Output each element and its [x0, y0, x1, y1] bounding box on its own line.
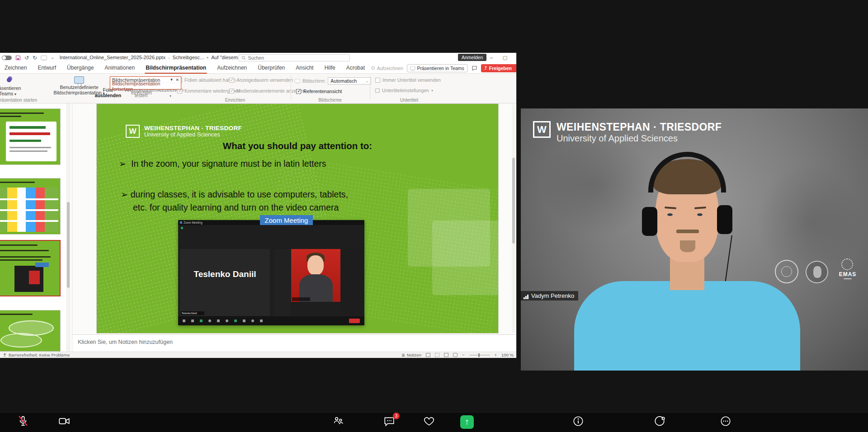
- share-button[interactable]: ⤴Freigeben: [481, 64, 516, 72]
- zoom-toolbar-icon: [217, 319, 220, 322]
- record-button[interactable]: ⊙Aufzeichnen: [371, 65, 403, 71]
- chat-badge: 3: [393, 413, 400, 419]
- person-eye: [697, 213, 703, 216]
- zoom-meeting-caption: Zoom Meeting: [260, 215, 313, 225]
- search-input[interactable]: [248, 55, 347, 61]
- overlay-combo-option[interactable]: Bildschirmpräsentation fortsetzen: [110, 83, 181, 89]
- present-in-teams-ribbon-button[interactable]: präsentierenTeams ▾: [0, 76, 21, 96]
- microphone-muted-icon: [17, 415, 29, 427]
- more-icon: [720, 415, 731, 427]
- share-screen-button[interactable]: ↑ Share: [460, 415, 474, 429]
- slide-thumbnail-pane: [0, 103, 72, 352]
- zoom-screenshot-title: Zoom Meeting: [184, 221, 203, 224]
- meeting-info-button[interactable]: Meeting Info: [572, 415, 584, 429]
- zoom-name-chip: [292, 297, 310, 301]
- slide-thumbnail-1[interactable]: [0, 108, 61, 165]
- tab-entwurf[interactable]: Entwurf: [38, 65, 56, 71]
- ribbon-divider: [291, 75, 291, 100]
- accessibility-icon: [3, 353, 7, 357]
- subtitle-settings-icon: [375, 89, 380, 93]
- zoom-percent[interactable]: 100 %: [501, 352, 514, 357]
- current-slide[interactable]: W WEIHENSTEPHAN · TRIESDORF University o…: [97, 104, 498, 333]
- participants-button[interactable]: Participants: [333, 415, 344, 429]
- more-button[interactable]: More: [720, 415, 731, 429]
- monitor-dropdown[interactable]: Automatisch⌄: [328, 77, 371, 85]
- maximize-button[interactable]: ▢: [501, 54, 509, 61]
- slide-decoration: [432, 221, 498, 295]
- checkbox-keep-slides-updated[interactable]: Folien aktualisiert halten: [177, 77, 236, 83]
- person-mustache: [676, 230, 699, 233]
- zoom-toolbar-icon: [183, 319, 185, 322]
- zoom-toolbar-icon: [200, 319, 203, 322]
- slideshow-overlay-combo[interactable]: Bildschirmpräsentation▼✕ Bildschirmpräse…: [110, 76, 181, 89]
- certification-badge-2: [806, 261, 828, 283]
- tab-hilfe[interactable]: Hilfe: [325, 65, 335, 71]
- chat-button[interactable]: 3 Chat: [383, 415, 395, 429]
- tab-ueberpruefen[interactable]: Überprüfen: [258, 65, 285, 71]
- video-button[interactable]: Video: [58, 415, 71, 429]
- react-button[interactable]: React: [423, 415, 435, 429]
- slide-scrollbar[interactable]: [512, 104, 515, 333]
- monitor-icon: [295, 79, 300, 83]
- view-slideshow-icon[interactable]: [453, 353, 458, 357]
- subtitle-settings-button[interactable]: Untertiteleinstellungen▾: [375, 88, 433, 93]
- zoom-toolbar-icon: [260, 319, 263, 322]
- zoom-slider[interactable]: [469, 355, 490, 356]
- zoom-participant-name: Teslenko Daniil: [180, 269, 270, 279]
- slideshow-icon[interactable]: [41, 56, 47, 60]
- qat-more-icon[interactable]: ⌄: [51, 56, 54, 60]
- heart-icon: [423, 415, 435, 427]
- slide-thumbnail-2[interactable]: [0, 178, 61, 235]
- zoom-toolbar-icon: [234, 319, 237, 322]
- tab-acrobat[interactable]: Acrobat: [346, 65, 365, 71]
- tab-bildschirmpraesentation[interactable]: Bildschirmpräsentation: [146, 65, 206, 71]
- checkbox-use-timings[interactable]: Anzeigedauern verwenden: [229, 77, 293, 83]
- checkbox-always-use-subtitles[interactable]: Immer Untertitel verwenden: [375, 77, 441, 83]
- zoom-tile-edge: [341, 249, 363, 316]
- thumbnail-scrollbar[interactable]: [66, 103, 71, 352]
- ppt-titlebar: ↺ ↻ ⌄ International_Online_Semester_2025…: [0, 53, 516, 62]
- tab-animationen[interactable]: Animationen: [104, 65, 135, 71]
- tab-zeichnen[interactable]: Zeichnen: [5, 65, 27, 71]
- view-reading-icon[interactable]: [444, 353, 448, 357]
- undo-icon[interactable]: ↺: [24, 55, 29, 61]
- slide-bullet-1: ➢ In the zoom, your signature must be in…: [119, 159, 326, 169]
- comments-icon[interactable]: [472, 66, 477, 71]
- group-label-setup: Einrichten: [190, 98, 280, 103]
- search-icon: [241, 56, 245, 60]
- tab-ansicht[interactable]: Ansicht: [296, 65, 313, 71]
- custom-slideshow-icon: [74, 76, 84, 84]
- view-normal-icon[interactable]: [426, 353, 430, 357]
- zoom-status-dot: [181, 227, 183, 229]
- present-in-teams-button[interactable]: Präsentieren in Teams: [407, 64, 468, 72]
- zoom-in-button[interactable]: +: [495, 352, 497, 357]
- slide-thumbnail-3-selected[interactable]: [0, 240, 61, 296]
- accessibility-status[interactable]: Barrierefreiheit: Keine Probleme: [3, 352, 70, 357]
- speaker-face: [307, 255, 324, 275]
- autosave-toggle[interactable]: [2, 56, 12, 60]
- tab-uebergaenge[interactable]: Übergänge: [67, 65, 94, 71]
- notes-area[interactable]: Klicken Sie, um Notizen hinzuzufügen: [72, 334, 516, 352]
- checkbox-show-media-controls[interactable]: Mediensteuerelemente anzeigen: [229, 88, 305, 94]
- notes-toggle[interactable]: ≣Notizen: [401, 352, 421, 357]
- view-sorter-icon[interactable]: [435, 353, 439, 357]
- group-label-monitors: Bildschirme: [294, 98, 366, 103]
- checkbox-presenter-view[interactable]: Referentenansicht: [296, 89, 342, 94]
- tab-aufzeichnen[interactable]: Aufzeichnen: [217, 65, 247, 71]
- signin-button[interactable]: Anmelden: [458, 54, 486, 61]
- zoom-toolbar-icon: [243, 319, 245, 322]
- group-label-start: Bildschirmpräsentation starten: [0, 98, 52, 103]
- minimize-button[interactable]: –: [487, 54, 495, 61]
- redo-icon[interactable]: ↻: [33, 55, 37, 61]
- quick-access-toolbar: ↺ ↻ ⌄: [0, 54, 54, 61]
- slide-canvas: W WEIHENSTEPHAN · TRIESDORF University o…: [72, 103, 516, 334]
- audio-button[interactable]: Audio: [17, 415, 29, 429]
- slide-thumbnail-4[interactable]: [0, 310, 61, 352]
- zoom-out-button[interactable]: −: [462, 352, 465, 357]
- headphones-band: [648, 152, 726, 193]
- search-box[interactable]: [238, 54, 350, 61]
- save-icon[interactable]: [15, 55, 21, 61]
- apps-button[interactable]: Apps: [654, 415, 665, 429]
- teams-icon: [2, 76, 13, 85]
- slide-brand: W WEIHENSTEPHAN · TRIESDORF University o…: [126, 125, 242, 138]
